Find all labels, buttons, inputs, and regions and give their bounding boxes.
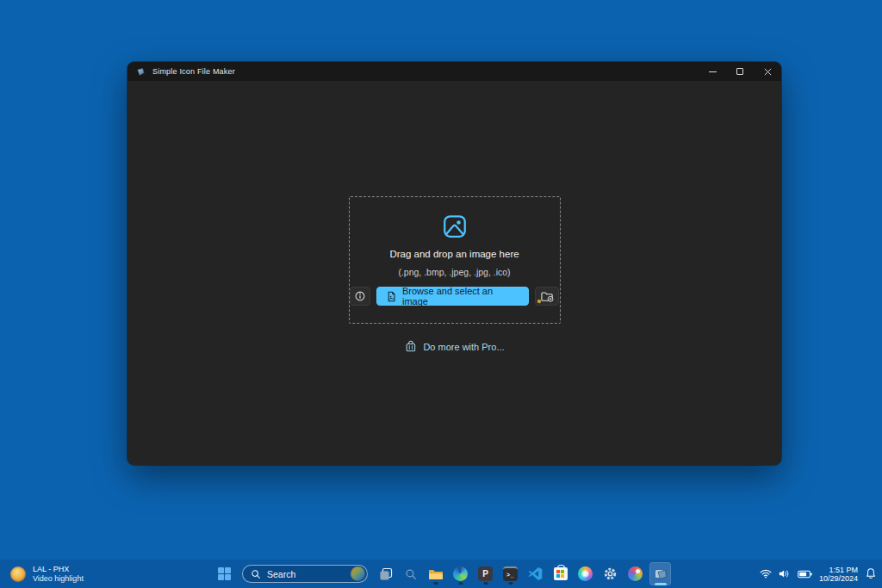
p-app-icon: P — [478, 566, 493, 581]
task-view-icon — [379, 567, 393, 581]
image-icon — [442, 214, 468, 239]
image-dropzone[interactable]: Drag and drop an image here (.png, .bmp,… — [349, 196, 561, 324]
pro-link-label: Do more with Pro... — [423, 342, 504, 352]
edge-icon — [453, 566, 468, 581]
app-icon — [136, 67, 146, 77]
maximize-icon — [736, 68, 743, 75]
active-indicator — [655, 583, 667, 585]
p-app-button[interactable]: P — [475, 562, 496, 585]
paint-button[interactable] — [624, 562, 646, 585]
running-indicator — [508, 582, 512, 585]
document-browse-icon — [386, 291, 397, 302]
widgets-button[interactable]: LAL - PHX Video highlight — [10, 560, 84, 588]
dropzone-buttons: Browse and select an image — [350, 287, 560, 306]
copilot-icon — [578, 566, 593, 581]
vscode-button[interactable] — [525, 562, 546, 585]
store-button[interactable] — [550, 562, 571, 585]
search-box[interactable]: Search — [242, 565, 368, 583]
widget-subtitle: Video highlight — [33, 574, 84, 584]
edge-button[interactable] — [450, 562, 471, 585]
taskbar: LAL - PHX Video highlight Search — [0, 560, 882, 588]
copilot-button[interactable] — [575, 562, 596, 585]
titlebar[interactable]: Simple Icon File Maker — [127, 62, 781, 81]
taskbar-search-button[interactable] — [400, 562, 421, 585]
close-button[interactable] — [754, 62, 781, 81]
terminal-icon: >_ — [503, 566, 518, 581]
search-secondary-icon — [405, 568, 417, 580]
system-tray: 1:51 PM 10/29/2024 — [760, 560, 877, 588]
battery-button[interactable] — [798, 570, 812, 579]
close-icon — [764, 68, 772, 76]
running-indicator — [483, 582, 488, 585]
bell-icon — [865, 567, 877, 580]
open-folder-button[interactable] — [535, 287, 560, 306]
running-indicator — [433, 582, 438, 585]
window-content: Drag and drop an image here (.png, .bmp,… — [127, 81, 781, 465]
clock-date: 10/29/2024 — [819, 574, 858, 583]
shopping-bag-icon — [404, 340, 416, 353]
desktop: { "colors": { "desktop": "#0b63b0", "tas… — [0, 0, 882, 588]
app-window: Simple Icon File Maker Drag and drop an … — [127, 62, 781, 465]
store-icon — [554, 567, 568, 580]
lakers-logo-icon — [10, 566, 26, 582]
info-button[interactable] — [350, 287, 371, 306]
task-view-button[interactable] — [375, 562, 396, 585]
window-title: Simple Icon File Maker — [152, 67, 235, 76]
windows-logo-icon — [218, 567, 231, 580]
wifi-button[interactable] — [760, 569, 772, 579]
paint-palette-icon — [628, 566, 643, 581]
volume-icon — [779, 569, 791, 579]
browse-button-label: Browse and select an image — [402, 286, 519, 306]
running-indicator — [458, 582, 463, 585]
caption-buttons — [699, 62, 781, 81]
simple-icon-file-maker-button[interactable] — [649, 562, 671, 585]
folder-add-icon — [540, 290, 555, 303]
taskbar-center: Search P — [214, 560, 671, 588]
search-icon — [251, 569, 261, 579]
start-button[interactable] — [214, 562, 235, 585]
pro-upgrade-link[interactable]: Do more with Pro... — [404, 340, 504, 353]
clock-time: 1:51 PM — [819, 566, 858, 574]
minimize-icon — [709, 71, 717, 72]
widget-text: LAL - PHX Video highlight — [33, 565, 84, 584]
folder-badge — [537, 299, 541, 303]
settings-gear-icon — [603, 566, 618, 581]
clock[interactable]: 1:51 PM 10/29/2024 — [819, 566, 858, 583]
dropzone-heading: Drag and drop an image here — [389, 249, 519, 259]
simple-icon-file-maker-icon — [654, 567, 668, 581]
notifications-button[interactable] — [865, 567, 877, 580]
battery-icon — [798, 570, 812, 579]
dropzone-formats: (.png, .bmp, .jpeg, .jpg, .ico) — [398, 267, 510, 277]
settings-button[interactable] — [599, 562, 621, 585]
search-daily-image — [351, 566, 365, 581]
search-label: Search — [267, 569, 345, 579]
vscode-icon — [528, 566, 543, 581]
maximize-button[interactable] — [726, 62, 754, 81]
file-explorer-icon — [428, 567, 444, 581]
terminal-button[interactable]: >_ — [500, 562, 521, 585]
info-icon — [354, 290, 366, 302]
file-explorer-button[interactable] — [425, 562, 446, 585]
browse-button[interactable]: Browse and select an image — [376, 287, 529, 306]
widget-headline: LAL - PHX — [33, 565, 84, 574]
volume-button[interactable] — [779, 569, 791, 579]
minimize-button[interactable] — [699, 62, 726, 81]
wifi-icon — [760, 569, 772, 579]
